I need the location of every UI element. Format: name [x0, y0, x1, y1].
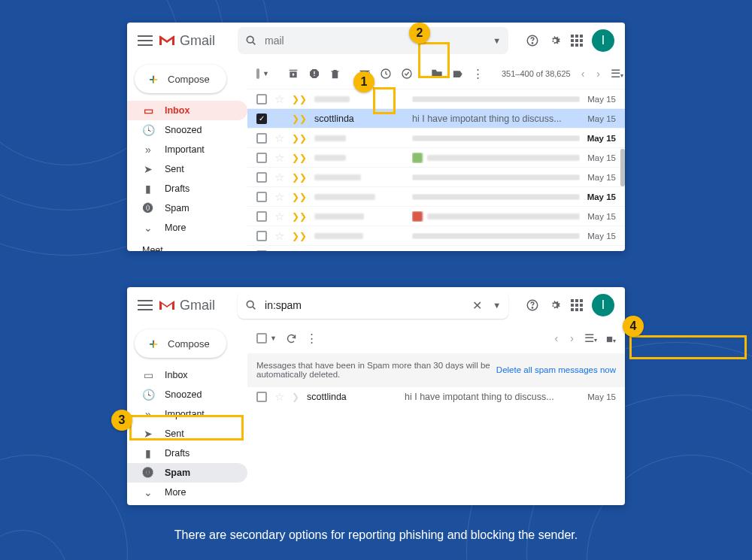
more-icon[interactable]: ⋮ — [306, 331, 317, 345]
apps-icon[interactable] — [571, 35, 583, 47]
important-marker-icon[interactable]: ❯❯ — [292, 133, 307, 144]
scrollbar[interactable] — [620, 149, 625, 186]
star-icon[interactable]: ☆ — [274, 210, 284, 223]
next-page-icon[interactable]: › — [569, 332, 575, 344]
search-input[interactable] — [265, 35, 485, 47]
row-checkbox[interactable] — [256, 250, 267, 252]
star-icon[interactable]: ☆ — [274, 190, 284, 204]
message-row[interactable]: ☆❯scottlindahi I have impotant thing to … — [247, 386, 625, 406]
gmail-window-spam: Gmail ✕ ▼ I ＋Compose ▭Inbox 🕓Snoozed »Im… — [127, 287, 625, 505]
row-checkbox[interactable] — [256, 133, 267, 144]
row-checkbox[interactable] — [256, 192, 267, 202]
row-checkbox[interactable] — [256, 392, 267, 402]
refresh-icon[interactable] — [286, 333, 297, 344]
support-icon[interactable] — [526, 34, 539, 47]
clear-search-icon[interactable]: ✕ — [469, 298, 485, 313]
nav-snoozed[interactable]: 🕓Snoozed — [127, 385, 247, 404]
menu-icon[interactable] — [138, 300, 153, 310]
row-checkbox[interactable] — [256, 211, 267, 222]
important-marker-icon[interactable]: ❯ — [292, 392, 299, 402]
select-all-checkbox[interactable] — [256, 68, 259, 79]
nav-inbox[interactable]: ▭Inbox — [127, 365, 247, 385]
gmail-logo[interactable]: Gmail — [159, 33, 215, 49]
search-options-icon[interactable]: ▼ — [493, 301, 501, 310]
search-bar[interactable]: ✕ ▼ — [238, 292, 508, 319]
important-marker-icon[interactable]: ❯❯ — [292, 94, 307, 104]
prev-page-icon[interactable]: ‹ — [553, 332, 560, 344]
nav-more[interactable]: ⌄More — [127, 483, 247, 502]
report-spam-icon[interactable] — [308, 68, 320, 80]
star-icon[interactable]: ☆ — [274, 132, 284, 145]
nav-sent[interactable]: ➤Sent — [127, 424, 247, 443]
nav-more[interactable]: ⌄More — [127, 218, 247, 238]
important-marker-icon[interactable]: ❯❯ — [292, 211, 307, 222]
message-row[interactable]: ☆❯❯May 15 — [247, 167, 625, 186]
message-row[interactable]: ☆❯❯May 15 — [247, 147, 625, 167]
delete-all-spam-link[interactable]: Delete all spam messages now — [496, 365, 616, 374]
search-options-icon[interactable]: ▼ — [493, 36, 501, 45]
select-all-checkbox[interactable] — [256, 333, 267, 344]
settings-icon[interactable] — [548, 298, 562, 312]
message-pane: ▼ ⋮ ‹ › ☰▾ ■▾ Messages that have been in… — [247, 323, 625, 505]
row-checkbox[interactable] — [256, 153, 267, 163]
nav-drafts[interactable]: ▮Drafts — [127, 443, 247, 463]
nav-snoozed[interactable]: 🕓Snoozed — [127, 120, 247, 140]
search-bar[interactable]: ▼ — [238, 27, 508, 54]
star-icon[interactable]: ☆ — [274, 151, 284, 165]
row-checkbox[interactable] — [256, 231, 267, 241]
row-checkbox[interactable]: ✓ — [256, 114, 267, 124]
important-marker-icon[interactable]: ❯❯ — [292, 192, 307, 202]
compose-button[interactable]: ＋Compose — [135, 329, 226, 358]
message-row[interactable]: ☆❯❯May 15 — [247, 89, 625, 108]
important-marker-icon[interactable]: ❯❯ — [292, 114, 307, 124]
message-row[interactable]: ☆❯❯May 15 — [247, 226, 625, 245]
nav-spam[interactable]: ⓿Spam — [127, 463, 247, 483]
input-tools-icon[interactable]: ■▾ — [606, 332, 616, 345]
split-pane-icon[interactable]: ☰▾ — [611, 67, 623, 80]
star-icon[interactable]: ☆ — [274, 390, 284, 404]
move-to-icon[interactable] — [431, 68, 443, 79]
add-task-icon[interactable] — [401, 68, 413, 80]
apps-icon[interactable] — [571, 299, 583, 311]
row-checkbox[interactable] — [256, 172, 267, 183]
nav-drafts[interactable]: ▮Drafts — [127, 179, 247, 198]
nav-important[interactable]: »Important — [127, 404, 247, 424]
account-avatar[interactable]: I — [592, 29, 614, 52]
search-input[interactable] — [265, 299, 462, 311]
message-row[interactable]: ☆❯❯May 15 — [247, 206, 625, 226]
nav-important[interactable]: »Important — [127, 140, 247, 159]
star-icon[interactable]: ☆ — [274, 112, 284, 126]
important-marker-icon[interactable]: ❯❯ — [292, 231, 307, 241]
message-row[interactable]: ✓☆❯❯scottlindahi I have impotant thing t… — [247, 108, 625, 128]
star-icon[interactable]: ☆ — [274, 171, 284, 184]
labels-icon[interactable] — [452, 68, 463, 80]
plus-icon: ＋ — [147, 334, 160, 353]
delete-icon[interactable] — [329, 68, 341, 80]
gmail-logo[interactable]: Gmail — [159, 298, 215, 313]
settings-icon[interactable] — [548, 34, 562, 47]
important-marker-icon[interactable]: ❯❯ — [292, 153, 307, 163]
star-icon[interactable]: ☆ — [274, 249, 284, 252]
message-row[interactable]: ☆❯❯May 15 — [247, 186, 625, 206]
message-row[interactable]: ☆❯❯May 15 — [247, 245, 625, 251]
important-marker-icon[interactable]: ❯❯ — [292, 250, 307, 252]
menu-icon[interactable] — [138, 35, 153, 46]
prev-page-icon[interactable]: ‹ — [580, 68, 587, 80]
message-row[interactable]: ☆❯❯May 15 — [247, 128, 625, 147]
star-icon[interactable]: ☆ — [274, 92, 284, 106]
compose-button[interactable]: ＋Compose — [135, 65, 226, 93]
nav-sent[interactable]: ➤Sent — [127, 159, 247, 179]
important-marker-icon[interactable]: ❯❯ — [292, 172, 307, 183]
row-checkbox[interactable] — [256, 94, 267, 104]
more-icon[interactable]: ⋮ — [472, 67, 484, 80]
next-page-icon[interactable]: › — [595, 68, 602, 80]
snooze-icon[interactable] — [380, 68, 392, 80]
nav-spam[interactable]: ⓿Spam — [127, 198, 247, 218]
support-icon[interactable] — [526, 298, 539, 312]
star-icon[interactable]: ☆ — [274, 229, 284, 243]
nav-inbox[interactable]: ▭Inbox — [127, 101, 247, 120]
account-avatar[interactable]: I — [592, 294, 614, 316]
archive-icon[interactable] — [287, 68, 299, 80]
date-text: May 15 — [587, 153, 616, 162]
split-pane-icon[interactable]: ☰▾ — [584, 331, 597, 345]
